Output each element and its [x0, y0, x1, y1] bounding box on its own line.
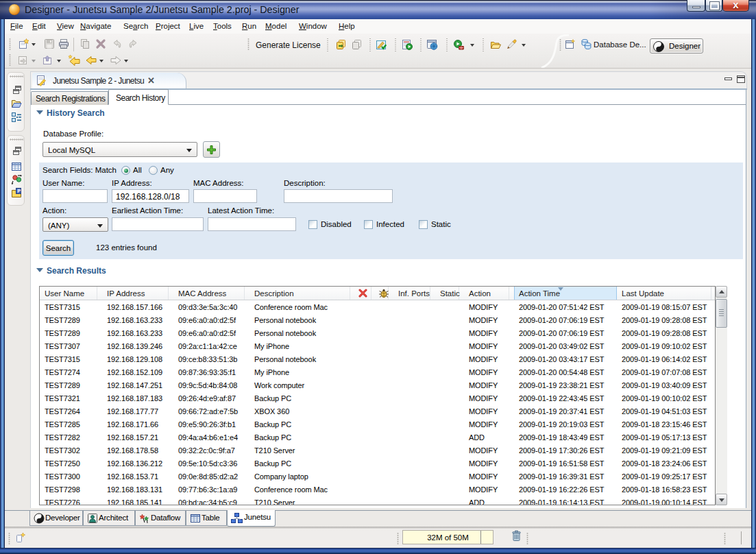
svg-text:P: P	[17, 188, 21, 194]
